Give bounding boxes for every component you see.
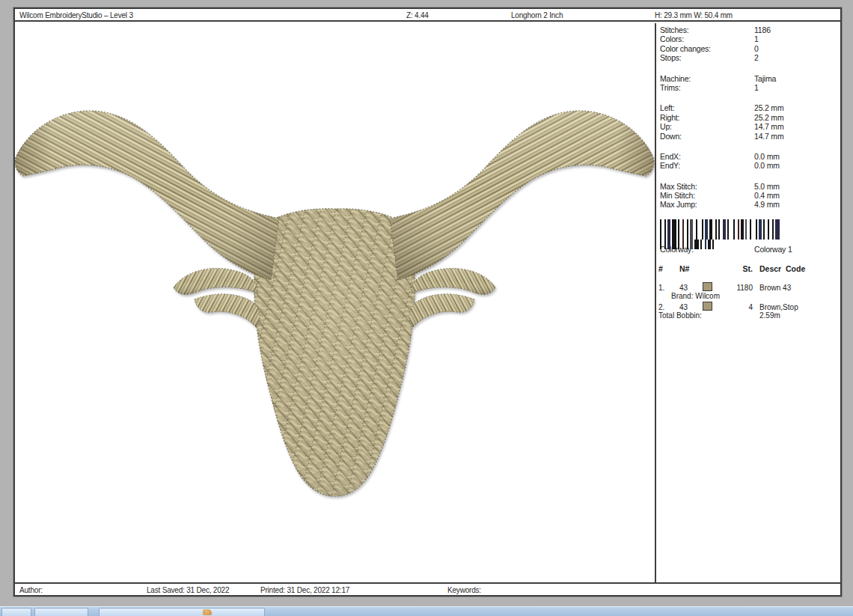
stat-value: 25.2 mm: [754, 103, 783, 112]
total-bobbin-label: Total Bobbin:: [658, 311, 753, 321]
total-bobbin-row: Total Bobbin: 2.59m: [658, 311, 839, 321]
col-header-num: #: [658, 264, 679, 274]
thread-num: 1.: [658, 284, 679, 292]
thread-color-table: # N# St. Descr Code 1.431180Brown 43Bran…: [658, 264, 839, 321]
stat-row: Max Jump:4.9 mm: [660, 200, 839, 209]
thread-n-number: 43: [679, 284, 703, 292]
page-header-bar: Wilcom EmbroideryStudio – Level 3 Z: 4.4…: [15, 9, 840, 22]
stat-row: Trims:1: [660, 83, 839, 92]
barcode-row: [660, 219, 780, 240]
stat-row: Stitches:1186: [660, 25, 839, 34]
stat-label: EndY:: [660, 161, 754, 170]
stat-value: 25.2 mm: [754, 113, 783, 122]
design-info-panel: Stitches:1186Colors:1Color changes:0Stop…: [655, 23, 840, 582]
stat-label: Down:: [660, 132, 754, 141]
stat-label: Max Stitch:: [660, 182, 754, 191]
thread-color-swatch: [703, 282, 712, 291]
design-canvas: [15, 23, 655, 582]
main-region: Stitches:1186Colors:1Color changes:0Stop…: [15, 23, 840, 582]
thread-color-swatch: [703, 302, 712, 311]
stat-label: Stops:: [660, 53, 754, 62]
stat-row: Left:25.2 mm: [660, 103, 839, 112]
stat-value: 0.4 mm: [754, 191, 780, 200]
thread-row: 1.431180Brown 43: [658, 282, 839, 292]
taskbar-strip: [0, 606, 853, 616]
thread-brand-note: Brand: Wilcom: [658, 292, 839, 302]
thread-description: Brown 43: [753, 284, 839, 292]
last-saved-text: Last Saved: 31 Dec, 2022: [147, 586, 229, 594]
design-name: Longhorn 2 Inch: [511, 11, 563, 19]
stat-row: Right:25.2 mm: [660, 113, 839, 122]
stat-value: 0: [754, 44, 759, 53]
barcode: [660, 219, 780, 249]
stat-label: Up:: [660, 122, 754, 131]
col-header-code: Code: [786, 264, 805, 273]
stat-value: 14.7 mm: [754, 122, 783, 131]
stat-value: 0.0 mm: [754, 152, 780, 161]
thread-n-number: 43: [679, 303, 703, 311]
stat-value: 1: [754, 34, 759, 43]
taskbar-button[interactable]: [1, 608, 31, 616]
taskbar-button[interactable]: [34, 608, 88, 616]
total-bobbin-value: 2.59m: [753, 311, 839, 321]
printed-text: Printed: 31 Dec, 2022 12:17: [260, 586, 349, 594]
stat-label: Max Jump:: [660, 200, 754, 209]
page-footer-bar: Author: Last Saved: 31 Dec, 2022 Printed…: [15, 582, 840, 595]
col-header-st: St.: [727, 264, 753, 274]
stat-value: 2: [754, 53, 759, 62]
stat-label: Stitches:: [660, 25, 754, 34]
stat-value: 4.9 mm: [754, 200, 780, 209]
thread-description: Brown,Stop: [753, 303, 839, 311]
right-horn-and-ear: [390, 111, 654, 328]
thread-row: 2.434Brown,Stop: [658, 302, 839, 311]
stat-label: Colors:: [660, 34, 754, 43]
thread-stitch-count: 1180: [727, 284, 753, 292]
stat-row: Stops:2: [660, 53, 839, 62]
left-horn-and-ear: [15, 111, 279, 328]
stat-value: 1: [754, 83, 759, 92]
stat-label: Machine:: [660, 74, 754, 83]
col-header-n: N#: [679, 264, 703, 274]
stat-group: Stitches:1186Colors:1Color changes:0Stop…: [660, 25, 839, 63]
stat-label: Min Stitch:: [660, 191, 754, 200]
stitch-statistics: Stitches:1186Colors:1Color changes:0Stop…: [660, 25, 839, 221]
stat-label: Left:: [660, 103, 754, 112]
stat-row: Colors:1: [660, 34, 839, 43]
thread-table-rows: 1.431180Brown 43Brand: Wilcom2.434Brown,…: [658, 282, 839, 311]
barcode-row: [660, 240, 718, 249]
stat-label: Trims:: [660, 83, 754, 92]
stat-label: Color changes:: [660, 44, 754, 53]
stat-value: 0.0 mm: [754, 161, 780, 170]
stat-row: EndY:0.0 mm: [660, 161, 839, 170]
taskbar-button[interactable]: [99, 608, 265, 616]
author-label: Author:: [19, 586, 43, 594]
zoom-factor: Z: 4.44: [406, 11, 429, 19]
stat-value: 5.0 mm: [754, 182, 780, 191]
stat-value: Tajima: [754, 74, 776, 83]
stat-value: 1186: [754, 25, 771, 34]
design-dimensions: H: 29.3 mm W: 50.4 mm: [655, 11, 733, 19]
embroidery-design-longhorn: [15, 23, 655, 582]
thread-stitch-count: 4: [727, 303, 753, 311]
stat-group: Left:25.2 mmRight:25.2 mmUp:14.7 mmDown:…: [660, 103, 839, 141]
app-icon-orange: [203, 609, 212, 615]
stat-group: EndX:0.0 mmEndY:0.0 mm: [660, 152, 839, 171]
stat-row: EndX:0.0 mm: [660, 152, 839, 161]
stat-row: Down:14.7 mm: [660, 132, 839, 141]
app-title: Wilcom EmbroideryStudio – Level 3: [19, 11, 133, 19]
thread-num: 2.: [658, 303, 679, 311]
stat-row: Min Stitch:0.4 mm: [660, 191, 839, 200]
print-preview-page: Wilcom EmbroideryStudio – Level 3 Z: 4.4…: [13, 7, 842, 597]
stat-value: 14.7 mm: [754, 132, 783, 141]
thread-table-header: # N# St. Descr Code: [658, 264, 839, 274]
stat-group: Max Stitch:5.0 mmMin Stitch:0.4 mmMax Ju…: [660, 182, 839, 210]
stat-label: Right:: [660, 113, 754, 122]
stat-row: Max Stitch:5.0 mm: [660, 182, 839, 191]
stat-row: Up:14.7 mm: [660, 122, 839, 131]
stat-row: Machine:Tajima: [660, 74, 839, 83]
stat-group: Machine:TajimaTrims:1: [660, 74, 839, 93]
keywords-label: Keywords:: [447, 586, 481, 594]
stat-row: Color changes:0: [660, 44, 839, 53]
stat-label: EndX:: [660, 152, 754, 161]
